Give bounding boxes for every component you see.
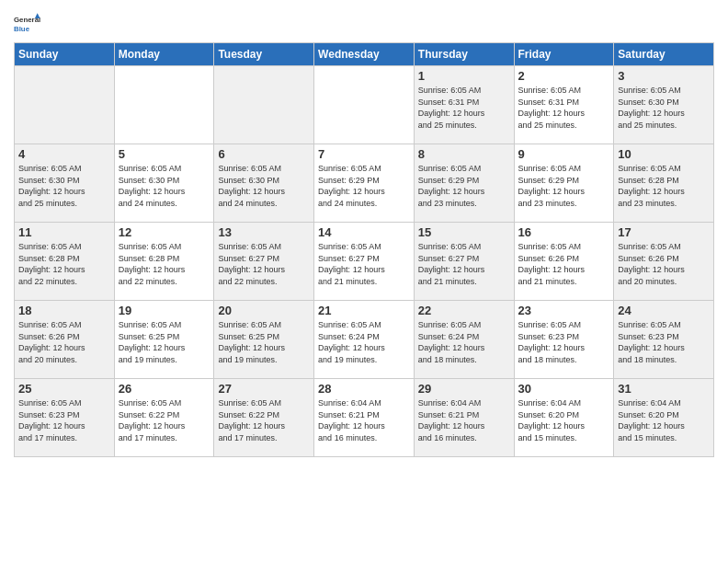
calendar-table: SundayMondayTuesdayWednesdayThursdayFrid…	[14, 42, 714, 457]
calendar-day-cell: 19Sunrise: 6:05 AM Sunset: 6:25 PM Dayli…	[114, 301, 214, 379]
calendar-day-cell: 17Sunrise: 6:05 AM Sunset: 6:26 PM Dayli…	[614, 223, 714, 301]
day-info: Sunrise: 6:04 AM Sunset: 6:21 PM Dayligh…	[418, 397, 510, 443]
calendar-day-cell: 26Sunrise: 6:05 AM Sunset: 6:22 PM Dayli…	[114, 379, 214, 457]
day-number: 8	[418, 147, 510, 161]
header: General Blue	[14, 9, 714, 37]
calendar-day-cell: 3Sunrise: 6:05 AM Sunset: 6:30 PM Daylig…	[614, 66, 714, 144]
day-info: Sunrise: 6:04 AM Sunset: 6:20 PM Dayligh…	[518, 397, 610, 443]
day-info: Sunrise: 6:05 AM Sunset: 6:30 PM Dayligh…	[18, 163, 110, 209]
calendar-day-cell: 31Sunrise: 6:04 AM Sunset: 6:20 PM Dayli…	[614, 379, 714, 457]
day-number: 11	[18, 225, 110, 239]
day-info: Sunrise: 6:05 AM Sunset: 6:27 PM Dayligh…	[318, 241, 410, 287]
calendar-week-row: 18Sunrise: 6:05 AM Sunset: 6:26 PM Dayli…	[15, 301, 714, 379]
day-info: Sunrise: 6:05 AM Sunset: 6:23 PM Dayligh…	[618, 319, 710, 365]
day-number: 21	[318, 304, 410, 317]
day-number: 17	[618, 225, 710, 239]
weekday-header-row: SundayMondayTuesdayWednesdayThursdayFrid…	[15, 43, 714, 66]
day-info: Sunrise: 6:05 AM Sunset: 6:25 PM Dayligh…	[218, 319, 310, 365]
calendar-day-cell: 14Sunrise: 6:05 AM Sunset: 6:27 PM Dayli…	[314, 223, 415, 301]
day-number: 10	[618, 147, 710, 161]
day-info: Sunrise: 6:05 AM Sunset: 6:26 PM Dayligh…	[18, 319, 110, 365]
day-number: 3	[618, 69, 710, 83]
day-number: 22	[418, 304, 510, 317]
day-number: 24	[618, 304, 710, 317]
calendar-container: General Blue SundayMondayTuesdayWednesda…	[0, 0, 728, 462]
day-info: Sunrise: 6:05 AM Sunset: 6:29 PM Dayligh…	[518, 163, 610, 209]
day-number: 27	[218, 382, 310, 396]
day-number: 13	[218, 225, 310, 239]
day-info: Sunrise: 6:05 AM Sunset: 6:26 PM Dayligh…	[618, 241, 710, 287]
day-info: Sunrise: 6:05 AM Sunset: 6:26 PM Dayligh…	[518, 241, 610, 287]
day-number: 14	[318, 225, 410, 239]
day-info: Sunrise: 6:05 AM Sunset: 6:28 PM Dayligh…	[618, 163, 710, 209]
day-number: 16	[518, 225, 610, 239]
calendar-day-cell	[15, 66, 115, 144]
day-info: Sunrise: 6:04 AM Sunset: 6:20 PM Dayligh…	[618, 397, 710, 443]
calendar-day-cell: 16Sunrise: 6:05 AM Sunset: 6:26 PM Dayli…	[514, 223, 614, 301]
day-info: Sunrise: 6:05 AM Sunset: 6:27 PM Dayligh…	[418, 241, 510, 287]
day-info: Sunrise: 6:05 AM Sunset: 6:29 PM Dayligh…	[318, 163, 410, 209]
day-number: 26	[119, 382, 210, 396]
calendar-week-row: 1Sunrise: 6:05 AM Sunset: 6:31 PM Daylig…	[15, 66, 714, 144]
calendar-day-cell: 28Sunrise: 6:04 AM Sunset: 6:21 PM Dayli…	[314, 379, 415, 457]
weekday-header: Tuesday	[214, 43, 314, 66]
weekday-header: Saturday	[614, 43, 714, 66]
day-info: Sunrise: 6:05 AM Sunset: 6:31 PM Dayligh…	[418, 85, 510, 131]
calendar-day-cell	[214, 66, 314, 144]
day-number: 28	[318, 382, 410, 396]
day-info: Sunrise: 6:05 AM Sunset: 6:28 PM Dayligh…	[119, 241, 210, 287]
day-info: Sunrise: 6:05 AM Sunset: 6:24 PM Dayligh…	[418, 319, 510, 365]
calendar-day-cell: 10Sunrise: 6:05 AM Sunset: 6:28 PM Dayli…	[614, 144, 714, 223]
calendar-day-cell: 1Sunrise: 6:05 AM Sunset: 6:31 PM Daylig…	[414, 66, 514, 144]
day-number: 1	[418, 69, 510, 83]
calendar-day-cell: 12Sunrise: 6:05 AM Sunset: 6:28 PM Dayli…	[114, 223, 214, 301]
day-info: Sunrise: 6:05 AM Sunset: 6:23 PM Dayligh…	[518, 319, 610, 365]
calendar-day-cell	[114, 66, 214, 144]
day-info: Sunrise: 6:05 AM Sunset: 6:30 PM Dayligh…	[218, 163, 310, 209]
svg-text:Blue: Blue	[14, 25, 30, 33]
day-info: Sunrise: 6:05 AM Sunset: 6:22 PM Dayligh…	[119, 397, 210, 443]
day-info: Sunrise: 6:05 AM Sunset: 6:22 PM Dayligh…	[218, 397, 310, 443]
day-info: Sunrise: 6:05 AM Sunset: 6:31 PM Dayligh…	[518, 85, 610, 131]
calendar-day-cell: 23Sunrise: 6:05 AM Sunset: 6:23 PM Dayli…	[514, 301, 614, 379]
day-number: 29	[418, 382, 510, 396]
day-number: 7	[318, 147, 410, 161]
calendar-week-row: 4Sunrise: 6:05 AM Sunset: 6:30 PM Daylig…	[15, 144, 714, 223]
day-info: Sunrise: 6:05 AM Sunset: 6:23 PM Dayligh…	[18, 397, 110, 443]
calendar-day-cell: 30Sunrise: 6:04 AM Sunset: 6:20 PM Dayli…	[514, 379, 614, 457]
calendar-day-cell: 20Sunrise: 6:05 AM Sunset: 6:25 PM Dayli…	[214, 301, 314, 379]
day-number: 12	[119, 225, 210, 239]
calendar-day-cell: 11Sunrise: 6:05 AM Sunset: 6:28 PM Dayli…	[15, 223, 115, 301]
day-info: Sunrise: 6:05 AM Sunset: 6:30 PM Dayligh…	[618, 85, 710, 131]
calendar-day-cell: 9Sunrise: 6:05 AM Sunset: 6:29 PM Daylig…	[514, 144, 614, 223]
day-number: 6	[218, 147, 310, 161]
weekday-header: Wednesday	[314, 43, 415, 66]
day-number: 18	[18, 304, 110, 317]
calendar-day-cell: 7Sunrise: 6:05 AM Sunset: 6:29 PM Daylig…	[314, 144, 415, 223]
calendar-day-cell: 18Sunrise: 6:05 AM Sunset: 6:26 PM Dayli…	[15, 301, 115, 379]
calendar-day-cell: 25Sunrise: 6:05 AM Sunset: 6:23 PM Dayli…	[15, 379, 115, 457]
day-info: Sunrise: 6:04 AM Sunset: 6:21 PM Dayligh…	[318, 397, 410, 443]
day-number: 25	[18, 382, 110, 396]
calendar-day-cell: 4Sunrise: 6:05 AM Sunset: 6:30 PM Daylig…	[15, 144, 115, 223]
day-number: 15	[418, 225, 510, 239]
day-info: Sunrise: 6:05 AM Sunset: 6:29 PM Dayligh…	[418, 163, 510, 209]
calendar-day-cell: 5Sunrise: 6:05 AM Sunset: 6:30 PM Daylig…	[114, 144, 214, 223]
calendar-day-cell: 21Sunrise: 6:05 AM Sunset: 6:24 PM Dayli…	[314, 301, 415, 379]
day-number: 20	[218, 304, 310, 317]
calendar-day-cell: 27Sunrise: 6:05 AM Sunset: 6:22 PM Dayli…	[214, 379, 314, 457]
calendar-week-row: 11Sunrise: 6:05 AM Sunset: 6:28 PM Dayli…	[15, 223, 714, 301]
calendar-day-cell: 13Sunrise: 6:05 AM Sunset: 6:27 PM Dayli…	[214, 223, 314, 301]
calendar-week-row: 25Sunrise: 6:05 AM Sunset: 6:23 PM Dayli…	[15, 379, 714, 457]
weekday-header: Thursday	[414, 43, 514, 66]
day-number: 5	[119, 147, 210, 161]
day-info: Sunrise: 6:05 AM Sunset: 6:30 PM Dayligh…	[119, 163, 210, 209]
calendar-day-cell: 22Sunrise: 6:05 AM Sunset: 6:24 PM Dayli…	[414, 301, 514, 379]
day-number: 23	[518, 304, 610, 317]
day-info: Sunrise: 6:05 AM Sunset: 6:28 PM Dayligh…	[18, 241, 110, 287]
calendar-day-cell	[314, 66, 415, 144]
day-number: 9	[518, 147, 610, 161]
calendar-day-cell: 15Sunrise: 6:05 AM Sunset: 6:27 PM Dayli…	[414, 223, 514, 301]
calendar-day-cell: 2Sunrise: 6:05 AM Sunset: 6:31 PM Daylig…	[514, 66, 614, 144]
day-info: Sunrise: 6:05 AM Sunset: 6:27 PM Dayligh…	[218, 241, 310, 287]
